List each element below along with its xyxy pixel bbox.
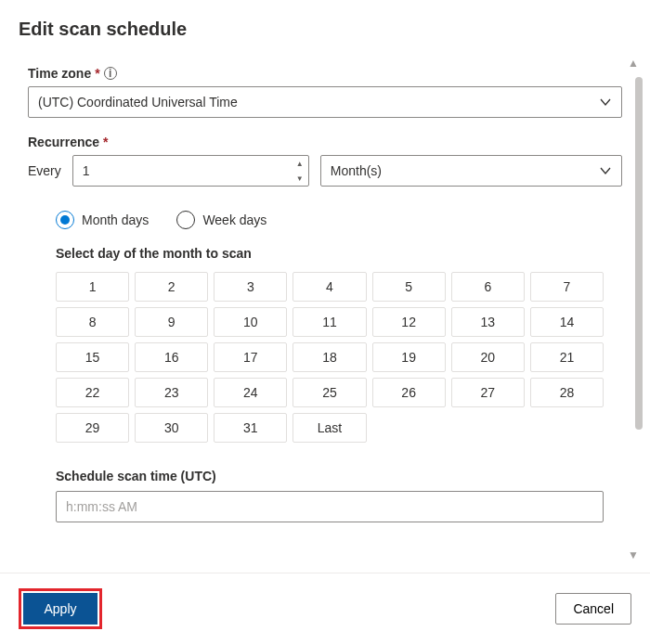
day-cell[interactable]: 24 [214,378,287,407]
cancel-button[interactable]: Cancel [555,593,631,625]
dialog-footer: Apply Cancel [0,573,650,644]
required-asterisk: * [103,135,108,149]
timezone-label: Time zone * i [28,66,622,81]
day-cell[interactable]: 30 [135,413,208,443]
info-icon[interactable]: i [104,67,117,80]
spinner-up-icon[interactable]: ▲ [292,156,308,171]
chevron-down-icon [599,164,612,177]
day-cell[interactable]: 8 [56,307,129,337]
day-cell[interactable]: 1 [56,272,129,302]
day-cell[interactable]: 21 [530,342,604,372]
day-cell[interactable]: 12 [372,307,446,337]
day-cell[interactable]: 23 [135,378,208,407]
month-days-label: Month days [82,213,149,227]
dialog-title: Edit scan schedule [0,0,650,49]
every-label: Every [28,163,61,178]
recurrence-label-text: Recurrence [28,135,99,149]
day-cell[interactable]: 22 [56,378,129,407]
scrollbar-track[interactable] [635,77,643,541]
day-cell[interactable]: 10 [214,307,287,337]
apply-button[interactable]: Apply [23,593,98,625]
recurrence-count-value: 1 [83,163,90,178]
day-cell[interactable]: 16 [135,342,208,372]
day-cell[interactable]: 6 [451,272,525,302]
day-cell[interactable]: 3 [214,272,287,302]
day-cell[interactable]: 28 [530,378,604,407]
chevron-down-icon [599,96,612,109]
spinner-down-icon[interactable]: ▼ [292,171,308,186]
select-day-heading: Select day of the month to scan [56,246,622,261]
scroll-up-arrow-icon[interactable]: ▲ [628,57,639,70]
day-cell[interactable]: 27 [451,378,525,407]
week-days-radio[interactable]: Week days [176,211,266,229]
day-cell[interactable]: 11 [292,307,366,337]
recurrence-unit-value: Month(s) [331,163,382,178]
month-days-radio[interactable]: Month days [56,211,149,229]
day-cell[interactable]: 9 [135,307,208,337]
recurrence-label: Recurrence * [28,135,622,149]
timezone-value: (UTC) Coordinated Universal Time [38,95,238,109]
day-cell[interactable]: Last [292,413,366,443]
day-cell[interactable]: 5 [372,272,446,302]
scan-time-input[interactable]: h:mm:ss AM [56,491,604,522]
week-days-label: Week days [202,213,266,227]
scan-time-label: Schedule scan time (UTC) [56,469,622,483]
day-cell[interactable]: 26 [372,378,446,407]
day-cell[interactable]: 13 [451,307,525,337]
day-cell[interactable]: 15 [56,342,129,372]
day-cell[interactable]: 17 [214,342,287,372]
scroll-down-arrow-icon[interactable]: ▼ [628,548,639,561]
apply-highlight: Apply [19,588,102,629]
day-cell[interactable]: 25 [292,378,366,407]
day-cell[interactable]: 31 [214,413,287,443]
radio-selected-icon [56,211,74,229]
day-cell[interactable]: 18 [292,342,366,372]
day-cell[interactable]: 19 [372,342,446,372]
day-grid: 1 2 3 4 5 6 7 8 9 10 11 12 13 14 15 16 1… [56,272,604,443]
day-cell[interactable]: 7 [530,272,604,302]
recurrence-unit-select[interactable]: Month(s) [320,155,622,187]
timezone-select[interactable]: (UTC) Coordinated Universal Time [28,86,622,118]
timezone-label-text: Time zone [28,66,91,81]
day-cell[interactable]: 14 [530,307,604,337]
day-cell[interactable]: 2 [135,272,208,302]
required-asterisk: * [95,66,99,81]
form-scroll-area: Time zone * i (UTC) Coordinated Universa… [0,49,650,569]
day-cell[interactable]: 4 [292,272,366,302]
radio-unselected-icon [176,211,195,229]
day-cell[interactable]: 20 [451,342,525,372]
scrollbar-thumb[interactable] [635,77,643,430]
recurrence-count-input[interactable]: 1 ▲ ▼ [72,155,309,187]
day-cell[interactable]: 29 [56,413,129,443]
